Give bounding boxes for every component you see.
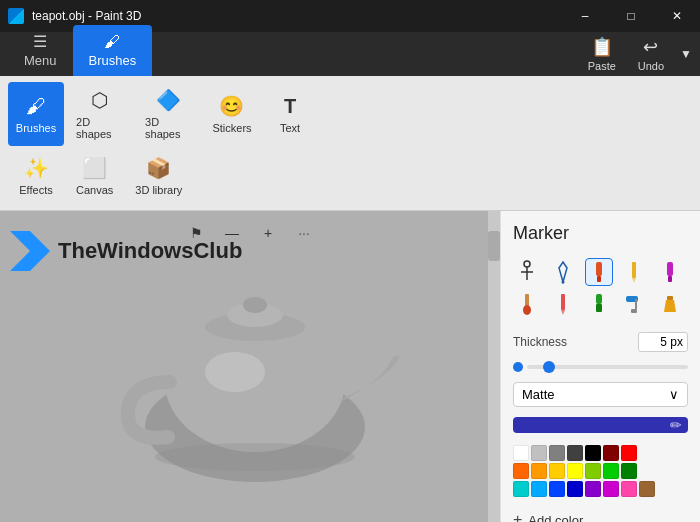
tool-3dshapes-label: 3D shapes xyxy=(145,116,192,140)
tool-effects[interactable]: ✨ Effects xyxy=(8,150,64,202)
color-lightgray[interactable] xyxy=(531,445,547,461)
color-cyan[interactable] xyxy=(513,481,529,497)
tool-canvas-label: Canvas xyxy=(76,184,113,196)
color-brown[interactable] xyxy=(639,481,655,497)
color-purple[interactable] xyxy=(585,481,601,497)
thickness-slider[interactable] xyxy=(527,365,688,369)
color-magenta[interactable] xyxy=(603,481,619,497)
brush-marker2[interactable] xyxy=(656,258,684,286)
canvas-area[interactable]: ⚑ — + ··· TheWindowsClub xyxy=(0,211,500,522)
color-yellow[interactable] xyxy=(549,463,565,479)
color-darkgreen[interactable] xyxy=(621,463,637,479)
tab-brushes-label: Brushes xyxy=(89,53,137,68)
color-blue[interactable] xyxy=(549,481,565,497)
svg-rect-15 xyxy=(667,262,673,276)
tool-stickers[interactable]: 😊 Stickers xyxy=(204,82,260,146)
tool-3dshapes[interactable]: 🔷 3D shapes xyxy=(135,82,202,146)
slider-thumb[interactable] xyxy=(543,361,555,373)
tab-brushes[interactable]: 🖌 Brushes xyxy=(73,25,153,76)
svg-rect-22 xyxy=(596,304,602,312)
color-darkgray[interactable] xyxy=(567,445,583,461)
tool-2dshapes[interactable]: ⬡ 2D shapes xyxy=(66,82,133,146)
svg-point-5 xyxy=(155,443,355,471)
color-swatch[interactable]: ✏ xyxy=(513,417,688,433)
zoom-out-button[interactable]: — xyxy=(218,219,246,247)
brush-marker[interactable] xyxy=(585,258,613,286)
undo-label: Undo xyxy=(638,60,664,72)
canvas-icon: ⬜ xyxy=(82,156,107,180)
svg-rect-13 xyxy=(632,262,636,278)
color-darkblue[interactable] xyxy=(567,481,583,497)
color-empty2 xyxy=(657,445,673,461)
text-icon: T xyxy=(284,95,296,118)
color-skyblue[interactable] xyxy=(531,481,547,497)
maximize-button[interactable]: □ xyxy=(608,0,654,32)
thickness-label: Thickness xyxy=(513,335,567,349)
flag-button[interactable]: ⚑ xyxy=(182,219,210,247)
material-label: Matte xyxy=(522,387,555,402)
brush-pen[interactable] xyxy=(549,258,577,286)
brush-brush2[interactable] xyxy=(513,290,541,318)
minimize-button[interactable]: – xyxy=(562,0,608,32)
svg-rect-24 xyxy=(635,299,637,309)
paste-icon: 📋 xyxy=(591,36,613,58)
right-panel: Marker xyxy=(500,211,700,522)
color-black[interactable] xyxy=(585,445,601,461)
svg-rect-21 xyxy=(596,294,602,304)
color-lime[interactable] xyxy=(585,463,601,479)
tab-menu[interactable]: ☰ Menu xyxy=(8,24,73,76)
3dshapes-icon: 🔷 xyxy=(156,88,181,112)
zoom-in-button[interactable]: + xyxy=(254,219,282,247)
ribbon-expand-arrow[interactable]: ▼ xyxy=(676,39,696,69)
content-area: ⚑ — + ··· TheWindowsClub xyxy=(0,211,700,522)
color-amber[interactable] xyxy=(531,463,547,479)
color-orange[interactable] xyxy=(513,463,529,479)
2dshapes-icon: ⬡ xyxy=(91,88,108,112)
color-red[interactable] xyxy=(621,445,637,461)
svg-point-7 xyxy=(524,261,530,267)
tool-canvas[interactable]: ⬜ Canvas xyxy=(66,150,123,202)
close-button[interactable]: ✕ xyxy=(654,0,700,32)
color-white[interactable] xyxy=(513,445,529,461)
undo-button[interactable]: ↩ Undo xyxy=(628,32,674,76)
tool-3dlibrary[interactable]: 📦 3D library xyxy=(125,150,192,202)
paste-button[interactable]: 📋 Paste xyxy=(578,32,626,76)
material-dropdown[interactable]: Matte ∨ xyxy=(513,382,688,407)
color-empty6 xyxy=(675,463,691,479)
tool-text-label: Text xyxy=(280,122,300,134)
add-color-row[interactable]: + Add color xyxy=(513,507,688,522)
more-button[interactable]: ··· xyxy=(290,219,318,247)
tool-stickers-label: Stickers xyxy=(212,122,251,134)
color-brightyellow[interactable] xyxy=(567,463,583,479)
brush-marker3[interactable] xyxy=(585,290,613,318)
brush-calligraphy[interactable] xyxy=(513,258,541,286)
undo-icon: ↩ xyxy=(643,36,658,58)
svg-rect-12 xyxy=(597,276,601,282)
brush-bucket[interactable] xyxy=(656,290,684,318)
menu-icon: ☰ xyxy=(33,32,47,51)
brush-pencil[interactable] xyxy=(620,258,648,286)
svg-point-4 xyxy=(243,297,267,313)
color-pink[interactable] xyxy=(621,481,637,497)
vertical-scrollbar[interactable] xyxy=(488,211,500,522)
tool-text[interactable]: T Text xyxy=(262,82,318,146)
ribbon-tabs: ☰ Menu 🖌 Brushes xyxy=(0,32,152,76)
add-color-label: Add color xyxy=(528,513,583,523)
color-darkred[interactable] xyxy=(603,445,619,461)
brush-pencil2[interactable] xyxy=(549,290,577,318)
svg-point-10 xyxy=(561,281,564,284)
3dlibrary-icon: 📦 xyxy=(146,156,171,180)
tool-brushes[interactable]: 🖌 Brushes xyxy=(8,82,64,146)
eyedropper-icon[interactable]: ✏ xyxy=(670,417,682,433)
titlebar-left: teapot.obj - Paint 3D xyxy=(8,8,141,24)
brush-roller[interactable] xyxy=(620,290,648,318)
svg-rect-11 xyxy=(596,262,602,276)
scrollbar-thumb[interactable] xyxy=(488,231,500,261)
tool-panel: 🖌 Brushes ⬡ 2D shapes 🔷 3D shapes 😊 Stic… xyxy=(0,76,700,211)
thickness-input[interactable] xyxy=(638,332,688,352)
color-green[interactable] xyxy=(603,463,619,479)
title-text: teapot.obj - Paint 3D xyxy=(32,9,141,23)
svg-marker-14 xyxy=(632,278,636,283)
color-palette xyxy=(513,445,688,497)
color-gray[interactable] xyxy=(549,445,565,461)
